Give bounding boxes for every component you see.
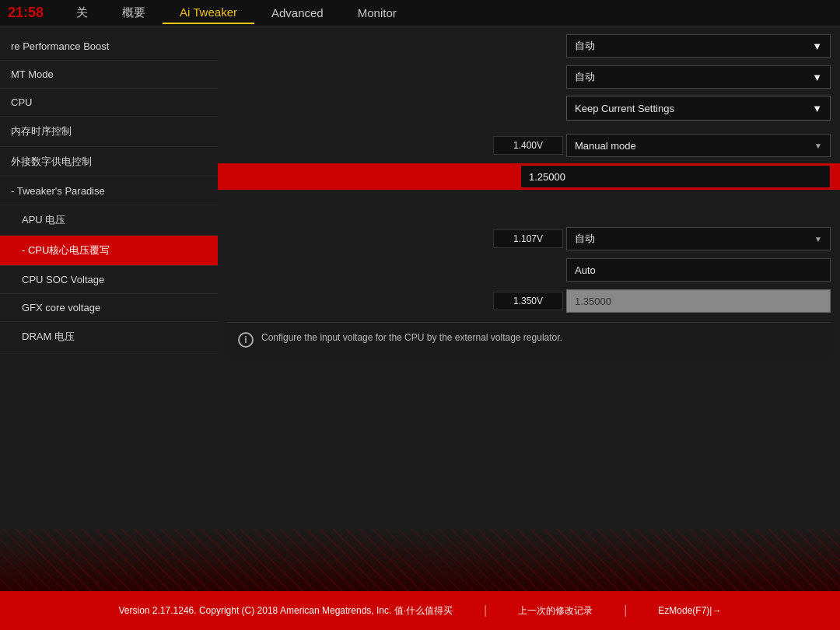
sidebar-item-mem-timing[interactable]: 内存时序控制 — [0, 117, 218, 147]
footer-divider-2: | — [624, 604, 627, 618]
sidebar-item-cpu-core[interactable]: - CPU核心电压覆写 — [0, 236, 218, 266]
chevron-down-icon-5: ▼ — [814, 235, 822, 243]
info-icon: i — [238, 332, 254, 348]
chevron-down-icon: ▼ — [812, 40, 822, 52]
bottom-bar: Version 2.17.1246. Copyright (C) 2018 Am… — [0, 591, 840, 630]
main-content: re Performance Boost MT Mode CPU 内存时序控制 … — [0, 26, 840, 591]
settings-panel: 自动 ▼ 自动 ▼ Keep Current Settings ▼ 1.400V — [218, 26, 840, 591]
tab-monitor[interactable]: Monitor — [341, 2, 414, 23]
setting-row-3: Keep Current Settings ▼ — [227, 95, 831, 121]
footer-last-modified[interactable]: 上一次的修改记录 — [518, 604, 593, 618]
dropdown-auto-1[interactable]: 自动 ▼ — [566, 34, 831, 58]
dropdown-keep-current[interactable]: Keep Current Settings ▼ — [566, 96, 831, 121]
setting-row-dram: Auto — [227, 257, 831, 283]
footer-divider: | — [484, 604, 487, 618]
sidebar-item-perf-boost[interactable]: re Performance Boost — [0, 33, 218, 61]
deco-lines — [0, 529, 840, 591]
setting-row-1: 自动 ▼ — [227, 33, 831, 59]
tab-advanced[interactable]: Advanced — [254, 2, 341, 23]
setting-row-apu: 1.400V Manual mode ▼ — [227, 132, 831, 159]
sidebar-item-tweakers[interactable]: - Tweaker's Paradise — [0, 177, 218, 205]
dropdown-manual-mode[interactable]: Manual mode ▼ — [566, 134, 831, 157]
sidebar-item-ext-power[interactable]: 外接数字供电控制 — [0, 147, 218, 177]
footer-version: Version 2.17.1246. Copyright (C) 2018 Am… — [119, 604, 453, 618]
cpu-core-voltage-input[interactable]: 1.25000 — [520, 165, 831, 188]
nav-tabs: 关 概要 Ai Tweaker Advanced Monitor — [59, 2, 414, 24]
sidebar-item-gfx-core[interactable]: GFX core voltage — [0, 294, 218, 322]
dropdown-auto-2[interactable]: 自动 ▼ — [566, 65, 831, 89]
chevron-down-icon-3: ▼ — [812, 103, 822, 114]
setting-row-gfx: 1.107V 自动 ▼ — [227, 226, 831, 252]
info-text: Configure the input voltage for the CPU … — [261, 331, 562, 345]
top-bar: 21:58 关 概要 Ai Tweaker Advanced Monitor — [0, 0, 840, 26]
dropdown-gfx-auto[interactable]: 自动 ▼ — [566, 227, 831, 250]
chevron-down-icon-2: ▼ — [812, 72, 822, 83]
tab-ai-tweaker[interactable]: Ai Tweaker — [163, 2, 254, 24]
setting-row-last: 1.350V 1.35000 — [227, 288, 831, 314]
last-voltage-input[interactable]: 1.35000 — [566, 289, 831, 313]
gfx-voltage-value: 1.107V — [493, 229, 563, 248]
footer-ez-mode[interactable]: EzMode(F7)|→ — [658, 605, 721, 616]
setting-row-cpu-soc — [227, 194, 831, 221]
apu-voltage-value: 1.400V — [493, 136, 563, 155]
sidebar-item-apu-voltage[interactable]: APU 电压 — [0, 205, 218, 236]
sidebar: re Performance Boost MT Mode CPU 内存时序控制 … — [0, 26, 218, 591]
sidebar-item-cpu[interactable]: CPU — [0, 89, 218, 117]
sidebar-item-cpu-soc[interactable]: CPU SOC Voltage — [0, 266, 218, 294]
tab-close[interactable]: 关 — [59, 2, 105, 24]
tab-overview[interactable]: 概要 — [105, 2, 163, 24]
sidebar-item-mt-mode[interactable]: MT Mode — [0, 61, 218, 89]
info-bar: i Configure the input voltage for the CP… — [227, 322, 831, 355]
sidebar-item-dram[interactable]: DRAM 电压 — [0, 322, 218, 352]
setting-row-2: 自动 ▼ — [227, 64, 831, 90]
last-voltage-value: 1.350V — [493, 292, 563, 310]
setting-row-cpu-core: 1.25000 — [218, 163, 840, 190]
deco-area — [0, 529, 840, 591]
chevron-down-icon-4: ▼ — [814, 142, 822, 150]
clock: 21:58 — [8, 5, 44, 21]
dram-voltage-value[interactable]: Auto — [566, 258, 831, 282]
